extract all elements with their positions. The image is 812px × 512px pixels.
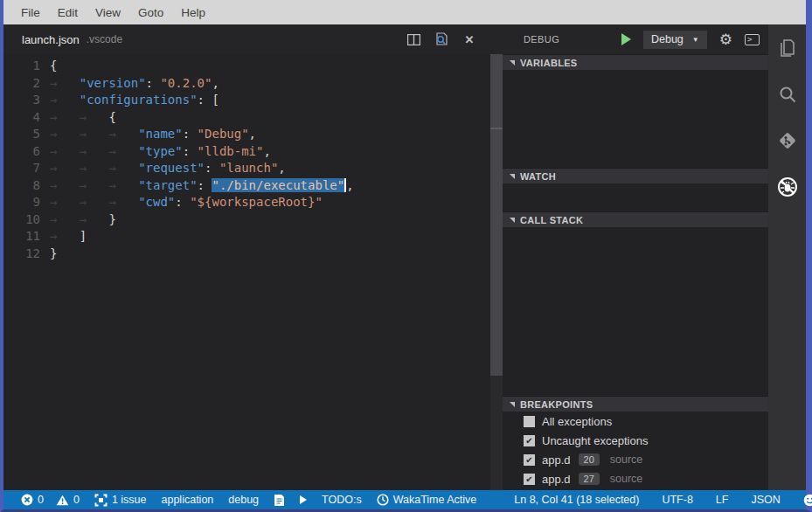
section-breakpoints[interactable]: BREAKPOINTS xyxy=(503,396,768,412)
line-number[interactable]: 4 xyxy=(3,109,40,127)
journal-icon[interactable] xyxy=(274,494,285,507)
open-preview-icon[interactable] xyxy=(434,32,448,46)
code-line-4[interactable]: 4→ → { xyxy=(3,109,503,127)
code-line-8[interactable]: 8→ → → "target": "./bin/executable", xyxy=(3,177,503,195)
section-watch[interactable]: WATCH xyxy=(503,168,768,183)
issue-counter[interactable]: 1 issue xyxy=(94,494,147,507)
line-number[interactable]: 12 xyxy=(3,246,40,263)
code-token: "version" xyxy=(80,76,146,90)
code-line-7[interactable]: 7→ → → "request": "launch", xyxy=(3,160,503,177)
tab-whitespace-arrow: → xyxy=(80,178,109,192)
encoding-selector[interactable]: UTF-8 xyxy=(662,494,692,506)
breakpoint-line-badge: 27 xyxy=(579,473,600,485)
build-task-application[interactable]: application xyxy=(162,494,214,506)
breakpoint-label: All exceptions xyxy=(542,415,612,428)
breakpoint-row[interactable]: ✔app.d20source xyxy=(503,450,768,469)
debug-console-icon[interactable]: > xyxy=(745,34,760,45)
language-mode[interactable]: JSON xyxy=(751,494,780,506)
activity-bar xyxy=(768,24,806,490)
tab-whitespace-arrow: → xyxy=(80,161,109,175)
problems-indicator[interactable]: 0 0 xyxy=(21,494,80,506)
menu-edit[interactable]: Edit xyxy=(49,6,87,19)
chevron-down-icon: ▼ xyxy=(692,36,699,44)
menu-file[interactable]: File xyxy=(12,6,49,19)
source-control-icon[interactable] xyxy=(776,129,799,152)
code-line-12[interactable]: 12} xyxy=(3,246,503,263)
app-window: File Edit View Goto Help launch.json .vs… xyxy=(0,0,812,512)
code-token: "${workspaceRoot}" xyxy=(190,195,323,209)
breakpoint-detail: source xyxy=(610,473,643,485)
run-task-icon[interactable] xyxy=(300,495,307,504)
tab-whitespace-arrow: → xyxy=(50,144,80,158)
wakatime-item[interactable]: WakaTime Active xyxy=(377,494,477,506)
breakpoint-detail: source xyxy=(610,453,643,466)
menu-goto[interactable]: Goto xyxy=(129,6,172,19)
code-line-5[interactable]: 5→ → → "name": "Debug", xyxy=(3,126,503,143)
menu-view[interactable]: View xyxy=(87,6,129,19)
checkbox-checked[interactable]: ✔ xyxy=(524,454,535,466)
editor-tab-bar: launch.json .vscode ✕ xyxy=(3,24,503,54)
scrollbar-thumb[interactable] xyxy=(490,54,503,376)
code-token: { xyxy=(50,59,57,73)
section-call-stack[interactable]: CALL STACK xyxy=(503,211,768,227)
eol-selector[interactable]: LF xyxy=(716,494,729,506)
tab-launch-json[interactable]: launch.json xyxy=(22,33,80,46)
breakpoint-line-badge: 20 xyxy=(579,453,600,466)
tab-whitespace-arrow: → xyxy=(80,195,109,209)
checkbox-unchecked[interactable] xyxy=(524,416,535,427)
line-number[interactable]: 5 xyxy=(3,126,40,143)
line-number[interactable]: 10 xyxy=(3,211,40,229)
cursor-position[interactable]: Ln 8, Col 41 (18 selected) xyxy=(514,494,639,506)
code-line-3[interactable]: 3→ "configurations": [ xyxy=(3,92,503,109)
debug-configuration-dropdown[interactable]: Debug ▼ xyxy=(643,31,707,49)
breakpoint-row[interactable]: All exceptions xyxy=(503,412,768,431)
code-line-6[interactable]: 6→ → → "type": "lldb-mi", xyxy=(3,143,503,161)
line-number[interactable]: 7 xyxy=(3,160,40,177)
tab-whitespace-arrow: → xyxy=(50,195,80,209)
split-editor-icon[interactable] xyxy=(406,32,420,46)
debug-icon[interactable] xyxy=(776,176,799,198)
close-editor-icon[interactable]: ✕ xyxy=(462,32,476,46)
todo-item[interactable]: TODO:s xyxy=(322,494,362,506)
line-number[interactable]: 8 xyxy=(3,177,40,195)
checkbox-checked[interactable]: ✔ xyxy=(524,474,535,485)
tab-whitespace-arrow: → xyxy=(50,110,80,124)
build-mode-debug[interactable]: debug xyxy=(228,494,259,506)
checkbox-checked[interactable]: ✔ xyxy=(524,435,535,446)
tab-whitespace-arrow: → xyxy=(50,229,80,243)
line-number[interactable]: 11 xyxy=(3,228,40,246)
line-number[interactable]: 1 xyxy=(3,58,40,75)
twistie-icon xyxy=(510,174,515,179)
code-line-1[interactable]: 1{ xyxy=(3,58,503,75)
configure-gear-icon[interactable]: ⚙ xyxy=(719,32,732,47)
line-number[interactable]: 3 xyxy=(3,92,40,109)
breakpoint-row[interactable]: ✔app.d27source xyxy=(503,469,768,488)
code-token: "launch" xyxy=(219,161,278,175)
search-icon[interactable] xyxy=(776,83,799,106)
section-variables[interactable]: VARIABLES xyxy=(503,54,768,70)
tab-whitespace-arrow: → xyxy=(50,212,80,226)
code-token: { xyxy=(108,110,115,124)
code-token: "cwd" xyxy=(138,195,175,209)
debug-sidebar: DEBUG Debug ▼ ⚙ > VARIABLES WATCH xyxy=(503,24,768,490)
code-line-10[interactable]: 10→ → } xyxy=(3,211,503,229)
start-debug-icon[interactable] xyxy=(621,33,631,45)
breakpoints-list: All exceptions✔Uncaught exceptions✔app.d… xyxy=(503,412,768,490)
code-line-9[interactable]: 9→ → → "cwd": "${workspaceRoot}" xyxy=(3,194,503,211)
code-token: "configurations" xyxy=(80,93,198,107)
line-number[interactable]: 6 xyxy=(3,143,40,161)
clock-icon xyxy=(377,494,389,506)
code-line-2[interactable]: 2→ "version": "0.2.0", xyxy=(3,75,503,93)
editor-scrollbar[interactable] xyxy=(490,54,503,490)
scrollbar-marker xyxy=(490,128,503,129)
code-line-11[interactable]: 11→ ] xyxy=(3,228,503,246)
breakpoint-row[interactable]: ✔Uncaught exceptions xyxy=(503,431,768,450)
feedback-smiley-icon[interactable] xyxy=(803,494,812,507)
line-number[interactable]: 2 xyxy=(3,75,40,93)
line-number[interactable]: 9 xyxy=(3,194,40,211)
variables-body xyxy=(503,70,768,168)
explorer-icon[interactable] xyxy=(776,37,799,59)
code-editor[interactable]: 1{2→ "version": "0.2.0",3→ "configuratio… xyxy=(3,54,503,490)
menu-help[interactable]: Help xyxy=(172,6,214,19)
tab-whitespace-arrow: → xyxy=(108,127,138,141)
